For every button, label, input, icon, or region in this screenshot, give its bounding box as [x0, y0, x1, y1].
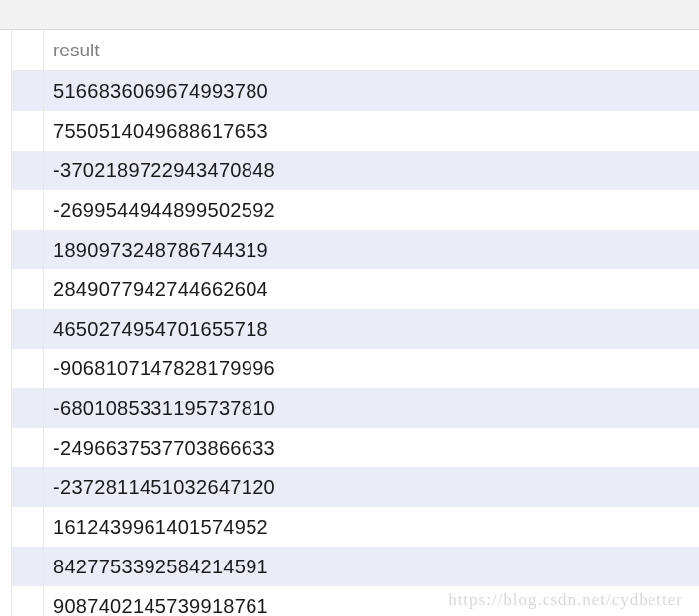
table-row[interactable]: -2496637537703866633: [44, 428, 699, 467]
row-number-cell[interactable]: [12, 190, 43, 230]
table-row[interactable]: -3702189722943470848: [44, 151, 699, 190]
table-row[interactable]: -6801085331195737810: [44, 388, 699, 428]
data-column: result 5166836069674993780 7550514049688…: [44, 30, 699, 616]
table-row[interactable]: 1890973248786744319: [44, 230, 699, 269]
cell-value: 8427753392584214591: [53, 556, 268, 578]
table-row[interactable]: 2849077942744662604: [44, 269, 699, 309]
row-number-cell[interactable]: [12, 467, 43, 507]
cell-value: 1612439961401574952: [53, 516, 268, 539]
row-number-cell[interactable]: [12, 230, 43, 269]
row-number-cell[interactable]: [12, 428, 43, 467]
row-number-cell[interactable]: [12, 388, 43, 428]
row-number-cell[interactable]: [12, 71, 43, 111]
row-number-cell[interactable]: [12, 349, 43, 388]
table-row[interactable]: -2699544944899502592: [44, 190, 699, 230]
table-row[interactable]: -2372811451032647120: [44, 467, 699, 507]
cell-value: 5166836069674993780: [53, 80, 268, 103]
cell-value: -6801085331195737810: [53, 397, 275, 420]
cell-value: 2849077942744662604: [53, 278, 268, 301]
cell-value: -2699544944899502592: [53, 199, 275, 222]
table-row[interactable]: 1612439961401574952: [44, 507, 699, 547]
row-number-cell[interactable]: [12, 586, 43, 616]
table-row[interactable]: 4650274954701655718: [44, 309, 699, 349]
header-divider: [649, 40, 649, 60]
table-row[interactable]: 5166836069674993780: [44, 71, 699, 111]
top-toolbar: [0, 0, 699, 30]
cell-value: -3702189722943470848: [53, 159, 275, 182]
result-table: result 5166836069674993780 7550514049688…: [0, 30, 699, 616]
table-row[interactable]: -9068107147828179996: [44, 349, 699, 388]
cell-value: -2496637537703866633: [53, 437, 275, 460]
row-number-cell[interactable]: [12, 507, 43, 547]
row-number-cell[interactable]: [12, 309, 43, 349]
cell-value: 4650274954701655718: [53, 318, 268, 341]
row-number-cell[interactable]: [12, 111, 43, 151]
cell-value: 9087402145739918761: [53, 595, 268, 617]
row-number-header: [12, 30, 43, 71]
cell-value: -2372811451032647120: [53, 476, 275, 499]
cell-value: 7550514049688617653: [53, 120, 268, 143]
column-header-label: result: [53, 40, 99, 61]
row-number-cell[interactable]: [12, 269, 43, 309]
table-row[interactable]: 7550514049688617653: [44, 111, 699, 151]
table-row[interactable]: 8427753392584214591: [44, 547, 699, 586]
row-number-cell[interactable]: [12, 151, 43, 190]
row-number-cell[interactable]: [12, 547, 43, 586]
table-row[interactable]: 9087402145739918761: [44, 586, 699, 616]
left-gutter: [0, 30, 12, 616]
cell-value: 1890973248786744319: [53, 239, 268, 261]
cell-value: -9068107147828179996: [53, 358, 275, 380]
row-number-column: [12, 30, 44, 616]
column-header[interactable]: result: [44, 30, 699, 71]
